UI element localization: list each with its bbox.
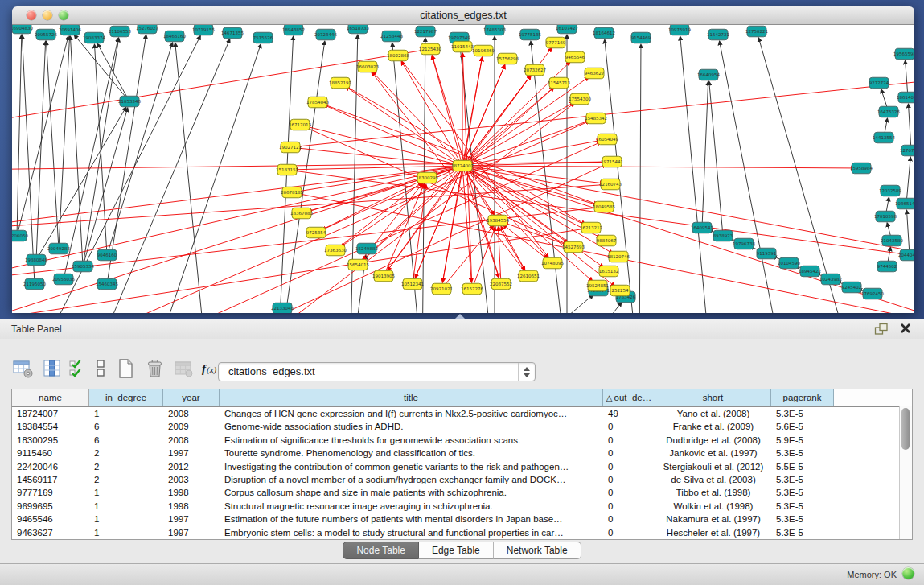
graph-node[interactable]: 9884067 bbox=[597, 235, 617, 246]
column-header-in_degree[interactable]: in_degree bbox=[89, 389, 163, 406]
graph-node[interactable]: 16157276 bbox=[461, 283, 483, 295]
graph-node[interactable]: 18049585 bbox=[593, 201, 615, 212]
table-row[interactable]: 1456911722003Disruption of a novel membe… bbox=[12, 473, 912, 486]
table-row[interactable]: 946554611997Estimation of the future num… bbox=[12, 513, 912, 525]
graph-node[interactable]: 15460345 bbox=[96, 278, 118, 290]
graph-node[interactable]: 9154469 bbox=[631, 32, 651, 43]
graph-node[interactable]: 10719155 bbox=[192, 25, 215, 35]
table-row[interactable]: 1938455462009Genome-wide association stu… bbox=[12, 420, 912, 433]
graph-node[interactable]: 9046160 bbox=[97, 249, 117, 261]
graph-node[interactable]: 16476326 bbox=[877, 106, 900, 117]
new-table-icon[interactable] bbox=[114, 356, 138, 381]
graph-node[interactable]: 15249882 bbox=[355, 243, 378, 254]
graph-node[interactable]: 10512341 bbox=[401, 278, 424, 290]
graph-node[interactable]: 19384554 bbox=[487, 215, 509, 226]
graph-node[interactable]: 9463627 bbox=[585, 68, 605, 79]
table-row[interactable]: 969969511998Structural magnetic resonanc… bbox=[12, 500, 912, 513]
graph-node[interactable]: 20723446 bbox=[314, 29, 337, 40]
graph-node[interactable]: 18367083 bbox=[290, 208, 313, 219]
graph-node[interactable]: 18466160 bbox=[163, 31, 186, 42]
graph-node[interactable]: 9725354 bbox=[306, 227, 326, 238]
table-row[interactable]: 2242004622012Investigating the contribut… bbox=[12, 460, 912, 473]
graph-node[interactable]: 9744502 bbox=[877, 261, 897, 272]
scrollbar-thumb[interactable] bbox=[901, 408, 910, 450]
column-header-name[interactable]: name bbox=[12, 389, 89, 406]
column-header-short[interactable]: short bbox=[655, 389, 771, 406]
graph-node[interactable]: 21253448 bbox=[380, 31, 403, 42]
graph-node[interactable]: 12610651 bbox=[517, 270, 540, 282]
graph-node[interactable]: 16107427 bbox=[556, 25, 578, 34]
graph-node[interactable]: 19524851 bbox=[586, 280, 609, 291]
graph-node[interactable]: 17010598 bbox=[874, 211, 897, 222]
graph-node[interactable]: 19565598 bbox=[893, 48, 914, 60]
graph-node[interactable]: 18022868 bbox=[387, 50, 409, 61]
tab-network-table[interactable]: Network Table bbox=[494, 542, 581, 559]
graph-node[interactable]: 18852197 bbox=[329, 77, 351, 89]
graph-node[interactable]: 16518733 bbox=[347, 25, 369, 34]
close-panel-icon[interactable] bbox=[900, 323, 911, 336]
graph-node[interactable]: 21053346 bbox=[118, 96, 141, 107]
graph-node[interactable]: 9245402 bbox=[842, 282, 862, 293]
table-scrollbar[interactable] bbox=[899, 406, 912, 539]
graph-node[interactable]: 11542731 bbox=[707, 29, 729, 40]
table-row[interactable]: 977716911998Corpus callosum shape and si… bbox=[12, 486, 912, 499]
graph-node[interactable]: 19027121 bbox=[279, 142, 302, 153]
tab-node-table[interactable]: Node Table bbox=[343, 542, 419, 559]
network-canvas[interactable]: 1690483020955726206914061908337421106553… bbox=[12, 25, 914, 313]
graph-node[interactable]: 18614092 bbox=[897, 92, 914, 103]
graph-node[interactable]: 16213212 bbox=[580, 222, 602, 233]
graph-node[interactable]: 17363630 bbox=[324, 245, 347, 256]
graph-node[interactable]: 15276027 bbox=[136, 25, 158, 34]
graph-node[interactable]: 12217987 bbox=[414, 26, 437, 37]
graph-node[interactable]: 9777169 bbox=[546, 37, 566, 48]
graph-node[interactable]: 15905334 bbox=[72, 261, 94, 272]
show-column-icon[interactable] bbox=[40, 356, 64, 381]
column-header-out_degree[interactable]: △out_de… bbox=[603, 389, 655, 406]
graph-node[interactable]: 10976919 bbox=[668, 25, 691, 35]
graph-node[interactable]: 8938923 bbox=[713, 230, 733, 241]
graph-node[interactable]: 20956036 bbox=[52, 274, 75, 285]
graph-node[interactable]: 14671355 bbox=[221, 27, 244, 39]
function-builder-icon[interactable]: f(x) bbox=[201, 356, 219, 381]
graph-node[interactable]: 12125430 bbox=[419, 43, 441, 55]
graph-node[interactable]: 19775135 bbox=[519, 29, 541, 40]
graph-node[interactable]: 1615132 bbox=[599, 266, 619, 277]
graph-node[interactable]: 16409541 bbox=[691, 222, 713, 233]
tab-edge-table[interactable]: Edge Table bbox=[419, 542, 494, 559]
graph-node[interactable]: 9272724 bbox=[869, 77, 889, 89]
graph-node[interactable]: 18120746 bbox=[607, 251, 630, 262]
graph-node[interactable]: 10365148 bbox=[895, 198, 914, 209]
graph-node[interactable]: 21106553 bbox=[109, 26, 131, 37]
graph-node[interactable]: 252254 bbox=[610, 285, 630, 296]
graph-node[interactable]: 21206050 bbox=[12, 230, 28, 241]
graph-node[interactable]: 9465546 bbox=[565, 51, 585, 63]
graph-node[interactable]: 17554300 bbox=[569, 93, 591, 105]
graph-node[interactable]: 9119391 bbox=[757, 248, 777, 259]
table-row[interactable]: 1830029562008Estimation of significance … bbox=[12, 434, 912, 447]
graph-node[interactable]: 17485303 bbox=[483, 25, 506, 35]
graph-node[interactable]: 15183151 bbox=[276, 164, 298, 175]
graph-node[interactable]: 10243982 bbox=[819, 274, 842, 285]
panel-resize-grip[interactable] bbox=[455, 314, 465, 319]
graph-node[interactable]: 18164612 bbox=[593, 27, 615, 39]
graph-node[interactable]: 17692450 bbox=[861, 288, 884, 299]
graph-node[interactable]: 12750221 bbox=[745, 26, 768, 37]
graph-node[interactable]: 19083374 bbox=[83, 32, 105, 43]
graph-node[interactable]: 12160743 bbox=[599, 179, 622, 190]
table-selector-dropdown[interactable]: citations_edges.txt bbox=[218, 362, 536, 381]
graph-node[interactable]: 18724007 bbox=[451, 160, 474, 171]
graph-node[interactable]: 16640954 bbox=[697, 69, 720, 80]
graph-node[interactable]: 17854043 bbox=[306, 97, 329, 108]
graph-node[interactable]: 11015443 bbox=[451, 41, 474, 52]
show-rows-icon[interactable] bbox=[92, 356, 109, 381]
graph-node[interactable]: 18300295 bbox=[416, 172, 438, 183]
graph-node[interactable]: 20921021 bbox=[430, 283, 453, 295]
graph-node[interactable]: 16054049 bbox=[596, 134, 618, 145]
graph-node[interactable]: 18945422 bbox=[799, 266, 821, 277]
table-row[interactable]: 911546021997Tourette syndrome. Phenomeno… bbox=[12, 447, 912, 459]
graph-node[interactable]: 16904830 bbox=[12, 25, 33, 34]
graph-node[interactable]: 20691406 bbox=[59, 25, 81, 35]
graph-node[interactable]: 20955726 bbox=[35, 29, 57, 40]
graph-node[interactable]: 18943852 bbox=[282, 25, 305, 35]
graph-node[interactable]: 19880848 bbox=[25, 254, 47, 266]
